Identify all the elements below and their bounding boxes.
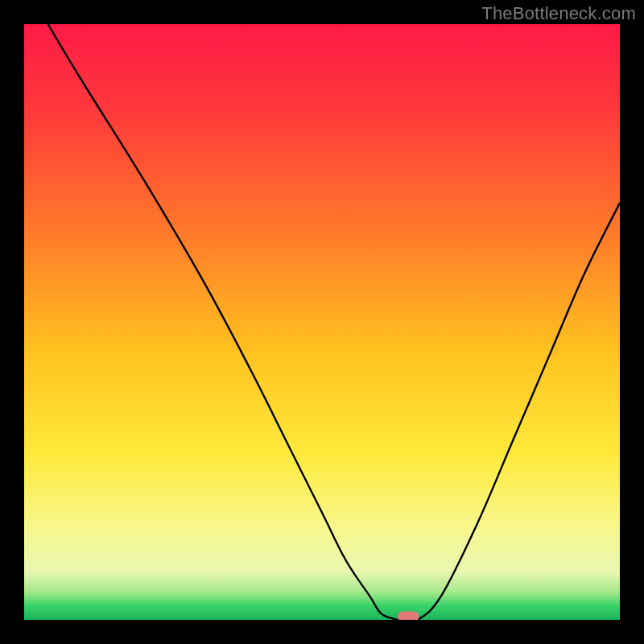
chart-svg bbox=[24, 24, 620, 620]
chart-frame: TheBottleneck.com bbox=[0, 0, 644, 644]
optimal-point-marker bbox=[398, 612, 419, 621]
chart-background bbox=[24, 24, 620, 620]
watermark-text: TheBottleneck.com bbox=[481, 3, 636, 24]
plot-area bbox=[24, 24, 620, 620]
